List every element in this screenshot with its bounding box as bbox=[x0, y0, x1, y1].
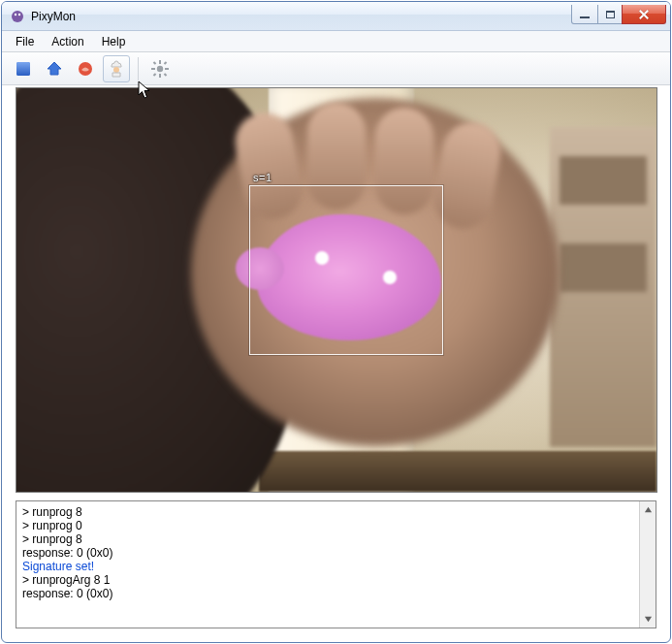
console-line: > runprogArg 8 1 bbox=[22, 573, 633, 587]
maximize-button[interactable] bbox=[597, 5, 623, 24]
app-window: PixyMon File Action Help bbox=[1, 1, 671, 643]
console-panel: > runprog 8> runprog 0> runprog 8respons… bbox=[16, 500, 656, 628]
video-view[interactable]: s=1 bbox=[16, 87, 657, 493]
scroll-down-icon[interactable] bbox=[641, 611, 656, 628]
svg-rect-9 bbox=[159, 74, 161, 78]
console-line: response: 0 (0x0) bbox=[22, 587, 633, 600]
scroll-up-icon[interactable] bbox=[641, 501, 656, 518]
console-output[interactable]: > runprog 8> runprog 0> runprog 8respons… bbox=[16, 501, 639, 628]
titlebar[interactable]: PixyMon bbox=[2, 2, 670, 31]
console-line: > runprog 0 bbox=[22, 519, 633, 532]
gear-icon[interactable] bbox=[146, 55, 174, 82]
toolbar bbox=[2, 52, 670, 85]
svg-rect-12 bbox=[153, 61, 157, 65]
close-button[interactable] bbox=[622, 5, 666, 24]
detection-label: s=1 bbox=[253, 172, 272, 183]
menubar: File Action Help bbox=[2, 31, 670, 52]
svg-rect-14 bbox=[153, 73, 157, 77]
console-line: Signature set! bbox=[22, 560, 633, 573]
svg-rect-13 bbox=[164, 61, 168, 65]
svg-point-2 bbox=[18, 13, 20, 15]
svg-rect-4 bbox=[16, 62, 30, 76]
home-icon[interactable] bbox=[41, 55, 68, 82]
detection-box bbox=[249, 185, 443, 355]
svg-point-0 bbox=[12, 11, 23, 22]
window-controls bbox=[572, 5, 666, 24]
app-icon bbox=[10, 9, 25, 24]
svg-point-6 bbox=[113, 67, 119, 73]
content-area: s=1 > runprog 8> runprog 0> runprog 8res… bbox=[2, 87, 670, 642]
console-line: > runprog 8 bbox=[22, 505, 633, 519]
console-line: > runprog 8 bbox=[22, 532, 633, 546]
window-title: PixyMon bbox=[31, 10, 572, 23]
run-icon[interactable] bbox=[10, 55, 37, 82]
menu-action[interactable]: Action bbox=[44, 33, 91, 50]
cooked-icon[interactable] bbox=[72, 55, 99, 82]
console-scrollbar[interactable] bbox=[639, 501, 656, 628]
menu-help[interactable]: Help bbox=[94, 33, 134, 50]
svg-rect-8 bbox=[159, 60, 161, 64]
toolbar-separator bbox=[138, 57, 139, 80]
svg-rect-15 bbox=[164, 73, 168, 77]
console-line: response: 0 (0x0) bbox=[22, 546, 633, 560]
svg-rect-10 bbox=[151, 68, 155, 70]
chef-icon[interactable] bbox=[103, 55, 130, 82]
svg-rect-11 bbox=[165, 68, 169, 70]
svg-point-7 bbox=[157, 65, 163, 71]
menu-file[interactable]: File bbox=[8, 33, 42, 50]
svg-point-1 bbox=[15, 13, 16, 15]
minimize-button[interactable] bbox=[571, 5, 598, 24]
